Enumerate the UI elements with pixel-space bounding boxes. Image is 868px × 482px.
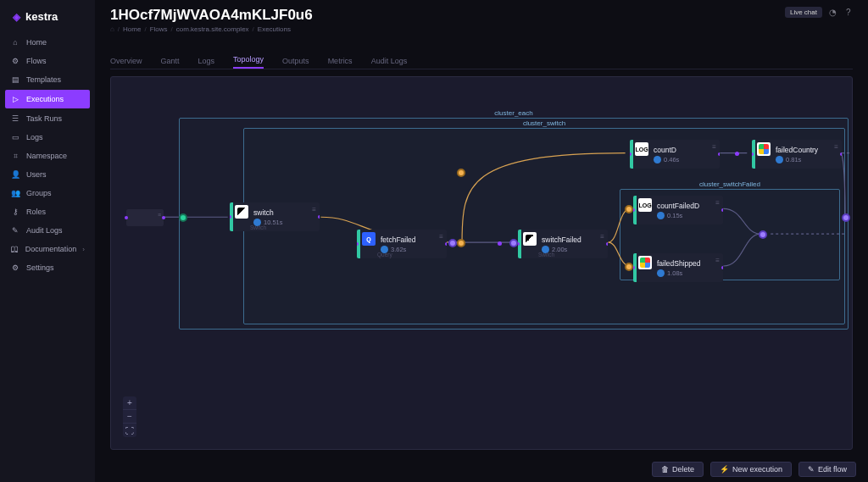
node-switch[interactable]: switch 10.51s Switch ≡: [230, 202, 320, 231]
api-icon: [638, 256, 652, 269]
node-countfailedd[interactable]: LOG countFailedD 0.15s ≡: [633, 196, 723, 224]
zoom-in-button[interactable]: +: [123, 396, 136, 410]
sidebar-item-home[interactable]: ⌂Home: [0, 33, 95, 52]
sidebar-item-groups[interactable]: 👥Groups: [0, 184, 95, 202]
node-failedshipped[interactable]: failedShipped 1.08s ≡: [633, 253, 723, 282]
sidebar-item-logs[interactable]: ▭Logs: [0, 128, 95, 147]
port-origin[interactable]: [179, 213, 187, 222]
help-icon[interactable]: ?: [846, 8, 856, 18]
nav: ⌂Home⚙Flows▤Templates▷Executions☰Task Ru…: [0, 33, 95, 277]
tab-logs[interactable]: Logs: [198, 57, 215, 69]
announcement-icon[interactable]: ◔: [829, 8, 839, 18]
bolt-icon: ⚡: [720, 465, 729, 474]
log-icon: LOG: [638, 198, 652, 212]
sidebar-item-flows[interactable]: ⚙Flows: [0, 52, 95, 70]
tab-topology[interactable]: Topology: [233, 55, 264, 69]
port-inner-merge[interactable]: [759, 230, 767, 239]
sidebar-item-label: Settings: [26, 263, 54, 272]
sidebar-item-audit-logs[interactable]: ✎Audit Logs: [0, 221, 95, 240]
page-title: 1HOcf7MjWVAOA4mKLJF0u6: [110, 7, 853, 24]
nav-icon: ⚷: [10, 207, 20, 217]
zoom-out-button[interactable]: −: [123, 410, 136, 424]
sidebar-item-executions[interactable]: ▷Executions: [5, 90, 90, 108]
cluster-each-label: cluster_each: [491, 109, 536, 117]
delete-button[interactable]: 🗑 Delete: [652, 462, 704, 477]
port-inner-bot[interactable]: [625, 263, 633, 271]
node-menu-icon[interactable]: ≡: [312, 206, 316, 213]
root-node[interactable]: ≡: [126, 209, 164, 226]
port-branch-fetch[interactable]: [457, 239, 465, 247]
sidebar-item-label: Audit Logs: [26, 226, 63, 235]
node-countfailedd-name: countFailedD: [657, 202, 720, 210]
node-menu-icon[interactable]: ≡: [439, 233, 443, 241]
query-icon: Q: [362, 232, 376, 246]
header: 1HOcf7MjWVAOA4mKLJF0u6 ⌂/Home/Flows/com.…: [95, 0, 868, 51]
sidebar-item-settings[interactable]: ⚙Settings: [0, 258, 95, 277]
node-menu-icon[interactable]: ≡: [834, 143, 838, 151]
tab-outputs[interactable]: Outputs: [282, 57, 309, 69]
sidebar-item-label: Users: [26, 170, 47, 179]
node-switchfailed-name: switchFailed: [542, 235, 604, 244]
breadcrumb-item[interactable]: Home: [123, 25, 141, 33]
node-failedcountry-name: failedCountry: [776, 146, 838, 154]
pencil-icon: ✎: [808, 465, 815, 474]
port-far-merge[interactable]: [842, 213, 850, 222]
node-countd-name: countD: [654, 146, 716, 154]
tabs: OverviewGanttLogsTopologyOutputsMetricsA…: [110, 53, 853, 69]
sidebar-item-roles[interactable]: ⚷Roles: [0, 202, 95, 221]
nav-icon: ⚙: [10, 263, 20, 273]
node-fetchfailed-name: fetchFailed: [381, 235, 443, 244]
nav-icon: ✎: [10, 225, 20, 235]
nav-icon: ⌗: [10, 151, 20, 161]
sidebar-item-namespace[interactable]: ⌗Namespace: [0, 147, 95, 165]
brand-name: kestra: [25, 10, 58, 23]
brand: ◈ kestra: [0, 5, 95, 33]
sidebar-item-label: Documentation: [25, 245, 77, 253]
breadcrumb: ⌂/Home/Flows/com.kestra.site.complex/Exe…: [110, 25, 853, 33]
footer: 🗑 Delete ⚡ New execution ✎ Edit flow: [95, 457, 868, 482]
port-inner-top[interactable]: [625, 205, 633, 213]
port-fetchfailed-out[interactable]: [448, 239, 457, 247]
nav-icon: ▷: [10, 94, 20, 104]
tab-gantt[interactable]: Gantt: [161, 57, 180, 69]
new-execution-button[interactable]: ⚡ New execution: [710, 462, 792, 477]
node-switch-name: switch: [253, 208, 316, 217]
tab-metrics[interactable]: Metrics: [328, 57, 353, 69]
sidebar-item-label: Logs: [26, 133, 43, 141]
nav-icon: ⚙: [10, 56, 20, 66]
node-failedcountry[interactable]: failedCountry 0.81s ≡: [752, 140, 842, 169]
nav-icon: ⌂: [10, 37, 20, 47]
breadcrumb-item[interactable]: com.kestra.site.complex: [176, 25, 249, 33]
node-menu-icon[interactable]: ≡: [600, 233, 604, 241]
port-branch-switch[interactable]: [457, 169, 465, 177]
sidebar-item-task-runs[interactable]: ☰Task Runs: [0, 109, 95, 128]
node-countd[interactable]: LOG countD 0.46s ≡: [630, 140, 720, 169]
home-icon: ⌂: [110, 25, 114, 33]
live-chat-chip[interactable]: Live chat: [785, 7, 822, 18]
topology-canvas[interactable]: cluster_each cluster_switch cluster_swit…: [110, 76, 853, 450]
node-menu-icon[interactable]: ≡: [712, 143, 716, 151]
node-menu-icon[interactable]: ≡: [715, 199, 720, 207]
sidebar-item-documentation[interactable]: 🕮Documentation›: [0, 240, 95, 258]
chevron-right-icon: ›: [82, 246, 85, 253]
zoom-fit-button[interactable]: ⛶: [123, 424, 136, 437]
cluster-switch-label: cluster_switch: [520, 119, 569, 127]
node-menu-icon[interactable]: ≡: [158, 212, 161, 218]
sidebar-item-label: Namespace: [26, 152, 67, 160]
node-menu-icon[interactable]: ≡: [715, 257, 720, 264]
nav-icon: 👤: [10, 169, 20, 180]
edit-flow-button[interactable]: ✎ Edit flow: [798, 462, 856, 477]
sidebar-item-label: Home: [26, 38, 47, 47]
breadcrumb-item[interactable]: Flows: [150, 25, 168, 33]
switch-icon: [235, 205, 248, 219]
tab-audit-logs[interactable]: Audit Logs: [371, 57, 408, 69]
tab-overview[interactable]: Overview: [110, 57, 142, 69]
node-fetchfailed[interactable]: Q fetchFailed 3.62s Query ≡: [357, 230, 447, 258]
breadcrumb-item[interactable]: Executions: [258, 25, 291, 33]
sidebar-item-users[interactable]: 👤Users: [0, 165, 95, 184]
header-actions: Live chat ◔ ?: [785, 7, 856, 18]
sidebar-item-templates[interactable]: ▤Templates: [0, 70, 95, 89]
node-switchfailed[interactable]: switchFailed 2.00s Switch ≡: [518, 230, 608, 258]
port-switchfailed-in[interactable]: [509, 239, 518, 247]
switch-icon: [523, 232, 537, 246]
